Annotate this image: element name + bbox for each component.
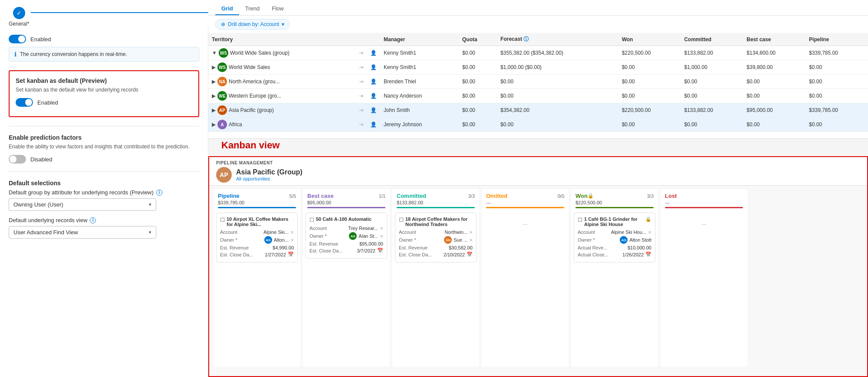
right-panel: Grid Trend Flow ⊕ Drill down by: Account… [208,0,868,377]
user-icon[interactable]: 👤 [370,121,377,128]
table-row[interactable]: ▶ AP Asia Pacific (group) ⇥ 👤 John Smith… [208,103,868,118]
cell-icon-1: ⇥ [355,103,367,118]
remove-account-icon[interactable]: ✕ [648,230,651,235]
divider-2 [9,171,199,172]
card-est-close: Est. Close Da... 2/10/2022 📅 [399,252,473,257]
col-bar [486,207,564,208]
group-attr-select[interactable]: Owning User (User) ▾ [9,198,156,211]
kanban-columns: Pipeline 5/5 $339,785.00 ☐ 10 Airpot XL … [209,186,867,370]
tab-trend[interactable]: Trend [239,3,266,15]
divider-1 [9,126,199,126]
user-icon[interactable]: 👤 [370,64,377,70]
link-icon[interactable]: ⇥ [359,107,363,113]
col-header-committed: Committed [681,33,743,46]
table-row[interactable]: ▶ NA North America (grou... ⇥ 👤 Brenden … [208,75,868,89]
col-count: 0/0 [558,193,564,199]
col-title-row: Lost [665,193,743,199]
cell-forecast: $1,000.00 ($0.00) [497,60,618,75]
territory-avatar: A [217,120,227,129]
col-bar [307,207,385,208]
kanban-card[interactable]: ☐ 1 Café BG-1 Grinder for Alpine Ski Hou… [574,213,655,262]
user-icon[interactable]: 👤 [370,79,377,85]
kanban-view-label: Kanban view [221,140,279,151]
kanban-column-lost: Lost --- --- [661,189,747,367]
link-icon[interactable]: ⇥ [359,50,363,56]
view-info-icon[interactable]: i [90,217,96,223]
kanban-card[interactable]: ☐ 18 Airpot Coffee Makers for Northwind … [395,213,477,262]
cell-quota: $0.00 [459,118,497,132]
prediction-toggle[interactable] [9,155,26,164]
table-row[interactable]: ▶ A Africa ⇥ 👤 Jeremy Johnson $0.00 $0.0… [208,118,868,132]
cell-quota: $0.00 [459,103,497,118]
cell-territory: ▼ WS World Wide Sales (group) [208,46,355,60]
user-icon[interactable]: 👤 [370,50,377,56]
kanban-card[interactable]: ☐ 10 Airpot XL Coffee Makers for Alpine … [216,213,298,262]
user-icon[interactable]: 👤 [370,107,377,113]
tab-grid[interactable]: Grid [215,3,239,15]
territory-avatar: WS [217,62,227,72]
grid-table: Territory Manager Quota Forecast ⓘ Won C… [208,33,868,133]
calendar-icon[interactable]: 📅 [288,252,294,257]
expand-icon[interactable]: ▶ [212,107,216,113]
remove-owner-icon[interactable]: ✕ [290,238,294,243]
calendar-icon[interactable]: 📅 [645,252,651,257]
cell-committed: $133,882.00 [681,103,743,118]
table-row[interactable]: ▶ WE Western Europe (gro... ⇥ 👤 Nancy An… [208,89,868,103]
expand-icon[interactable]: ▶ [212,121,216,128]
prediction-title: Enable prediction factors [9,134,199,141]
owner-avatar: AS [620,236,628,244]
table-row[interactable]: ▶ SA South America ⇥ 👤 Alton Stott $0.00… [208,132,868,133]
expand-icon[interactable]: ▼ [212,50,217,56]
wizard-step-general-circle: ✓ [13,7,25,19]
expand-icon[interactable]: ▶ [212,64,216,70]
cell-forecast: $355,382.00 ($354,382.00) [497,46,618,60]
wizard-step-general[interactable]: ✓ General* [9,7,29,27]
cell-forecast: $0.00 [497,89,618,103]
kanban-column-omitted: Omitted 0/0 --- --- [482,189,569,367]
col-header-territory: Territory [208,33,355,46]
cell-committed: $1,000.00 [681,60,743,75]
prediction-desc: Enable the ability to view factors and i… [9,144,199,150]
col-header-forecast: Forecast ⓘ [497,33,618,46]
remove-owner-icon[interactable]: ✕ [469,238,473,243]
link-icon[interactable]: ⇥ [359,79,363,85]
link-icon[interactable]: ⇥ [359,64,363,70]
card-title: ☐ 18 Airpot Coffee Makers for Northwind … [399,216,473,227]
drill-down-button[interactable]: ⊕ Drill down by: Account ▾ [215,19,290,30]
cell-manager: Brenden Thiel [380,75,459,89]
col-body-lost: --- [661,211,747,367]
cell-icon-1: ⇥ [355,75,367,89]
territory-avatar: WS [219,48,228,58]
calendar-icon[interactable]: 📅 [377,248,383,253]
group-attr-info-icon[interactable]: i [156,190,162,196]
info-icon: ℹ [14,51,16,58]
view-select[interactable]: User Advanced Find View ▾ [9,226,156,239]
remove-owner-icon[interactable]: ✕ [380,234,383,239]
card-owner: Owner * AS Alan St... ✕ [309,232,383,240]
cell-forecast: $0.00 [497,132,618,133]
table-row[interactable]: ▼ WS World Wide Sales (group) ⇥ 👤 Kenny … [208,46,868,60]
cell-icon-1: ⇥ [355,132,367,133]
card-title: ☐ 50 Café A-100 Automatic [309,216,383,223]
card-owner: Owner * AS Alton... ✕ [220,236,294,244]
remove-account-icon[interactable]: ✕ [290,230,294,235]
remove-account-icon[interactable]: ✕ [469,230,473,235]
col-amount: $220,500.00 [575,200,654,205]
expand-icon[interactable]: ▶ [212,79,216,85]
cell-pipeline: $0.00 [806,118,868,132]
tab-flow[interactable]: Flow [266,3,289,15]
link-icon[interactable]: ⇥ [359,121,363,128]
kanban-enabled-toggle[interactable] [16,98,33,107]
expand-icon[interactable]: ▶ [212,93,216,99]
kanban-card[interactable]: ☐ 50 Café A-100 Automatic Account Trey R… [306,213,387,259]
user-icon[interactable]: 👤 [370,93,377,99]
calendar-icon[interactable]: 📅 [467,252,473,257]
link-icon[interactable]: ⇥ [359,93,363,99]
table-row[interactable]: ▶ WS World Wide Sales ⇥ 👤 Kenny Smith1 $… [208,60,868,75]
kanban-column-pipeline: Pipeline 5/5 $339,785.00 ☐ 10 Airpot XL … [214,189,300,367]
col-title-row: Best case 1/1 [307,193,385,199]
grid-table-container: Territory Manager Quota Forecast ⓘ Won C… [208,33,868,133]
remove-account-icon[interactable]: ✕ [380,226,383,231]
card-doc-icon: ☐ [220,217,225,223]
main-enabled-toggle[interactable] [9,35,26,43]
